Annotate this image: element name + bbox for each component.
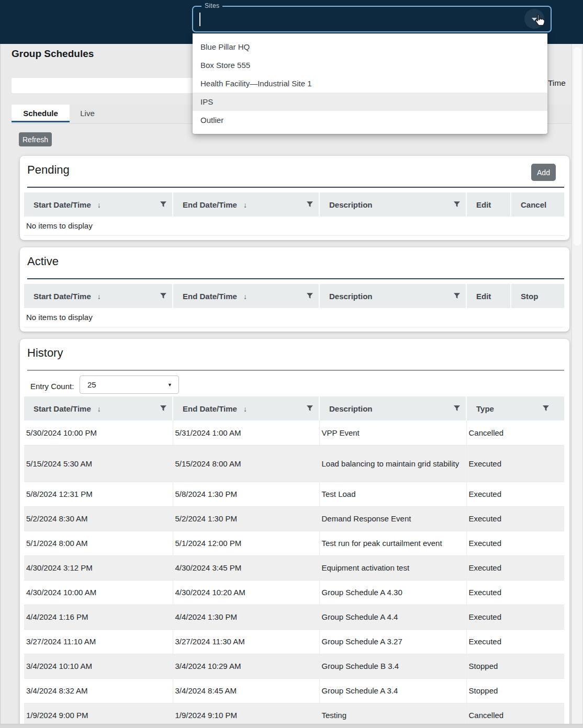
column-header-description[interactable]: Description — [319, 284, 466, 308]
section-divider — [27, 370, 564, 371]
pending-title: Pending — [27, 163, 70, 177]
sites-combobox[interactable]: Sites — [192, 6, 552, 32]
sort-desc-icon: ↓ — [97, 201, 101, 209]
column-header-end[interactable]: End Date/Time↓ — [173, 192, 319, 217]
section-divider — [27, 278, 564, 279]
column-header-description[interactable]: Description — [319, 192, 466, 217]
table-row: 4/30/2024 3:12 PM4/30/2024 3:45 PMEquipm… — [24, 555, 564, 580]
history-section: History Entry Count: 25 ▼ Start Date/Tim… — [20, 339, 569, 728]
empty-message: No items to display — [24, 308, 564, 327]
dropdown-option-ips[interactable]: IPS — [193, 93, 547, 111]
history-table: Start Date/Time↓ End Date/Time↓ Descript… — [24, 396, 564, 728]
sort-desc-icon: ↓ — [243, 405, 247, 413]
filter-icon[interactable] — [306, 405, 313, 412]
table-row: 5/8/2024 12:31 PM5/8/2024 1:30 PMTest Lo… — [24, 482, 564, 506]
entry-count-select[interactable]: 25 ▼ — [80, 376, 179, 394]
mouse-cursor-icon — [532, 13, 547, 28]
dropdown-option-blue-pillar-hq[interactable]: Blue Pillar HQ — [193, 38, 547, 56]
active-header-row: Start Date/Time↓ End Date/Time↓ Descript… — [24, 284, 564, 308]
sort-desc-icon: ↓ — [97, 292, 101, 301]
column-header-start[interactable]: Start Date/Time↓ — [24, 192, 173, 217]
table-row: 5/2/2024 8:30 AM5/2/2024 1:30 PMDemand R… — [24, 506, 564, 531]
sites-dropdown: Blue Pillar HQ Box Store 555 Health Faci… — [193, 33, 547, 134]
sort-desc-icon: ↓ — [243, 292, 247, 301]
history-header-row: Start Date/Time↓ End Date/Time↓ Descript… — [24, 396, 564, 420]
bottom-edge-band — [0, 724, 583, 728]
filter-icon[interactable] — [306, 292, 313, 300]
table-row: 3/27/2024 11:10 AM3/27/2024 11:30 AMGrou… — [24, 629, 564, 654]
text-cursor — [199, 13, 200, 26]
filter-icon[interactable] — [453, 292, 461, 300]
empty-row: No items to display — [24, 308, 564, 327]
column-header-type[interactable]: Type — [466, 396, 564, 420]
filter-icon[interactable] — [453, 201, 461, 208]
history-title: History — [27, 346, 63, 360]
column-header-stop: Stop — [511, 284, 564, 308]
dropdown-option-outlier[interactable]: Outlier — [193, 111, 547, 129]
empty-message: No items to display — [24, 217, 564, 235]
refresh-button[interactable]: Refresh — [19, 132, 52, 146]
column-header-start[interactable]: Start Date/Time↓ — [24, 396, 173, 420]
filter-icon[interactable] — [542, 405, 550, 412]
tab-schedule[interactable]: Schedule — [12, 105, 70, 122]
vertical-scrollbar[interactable] — [571, 44, 583, 728]
table-row: 5/30/2024 10:00 PM5/31/2024 1:00 AMVPP E… — [24, 420, 564, 445]
active-section: Active Start Date/Time↓ End Date/Time↓ — [20, 247, 569, 332]
column-header-end[interactable]: End Date/Time↓ — [173, 396, 319, 420]
table-row: 4/30/2024 10:00 AM4/30/2024 10:20 AMGrou… — [24, 580, 564, 605]
table-row: 3/4/2024 8:32 AM3/4/2024 8:45 AMGroup Sc… — [24, 678, 564, 703]
scrollbar-thumb[interactable] — [574, 47, 581, 246]
tab-live[interactable]: Live — [70, 105, 105, 122]
filter-icon[interactable] — [306, 201, 313, 208]
column-header-description[interactable]: Description — [319, 396, 466, 420]
filter-icon[interactable] — [453, 405, 461, 412]
filter-icon[interactable] — [160, 201, 167, 208]
pending-section: Pending Add Start Date/Time↓ End Date/Ti… — [20, 156, 569, 240]
tab-schedule-label: Schedule — [23, 109, 58, 118]
column-header-cancel: Cancel — [511, 192, 564, 217]
active-title: Active — [27, 255, 59, 268]
table-row: 5/1/2024 8:00 AM5/1/2024 12:00 PMTest ru… — [24, 531, 564, 555]
entry-count-value: 25 — [87, 376, 96, 393]
empty-row: No items to display — [24, 217, 564, 235]
sites-label: Sites — [201, 2, 222, 9]
column-header-edit: Edit — [466, 284, 511, 308]
column-header-start[interactable]: Start Date/Time↓ — [24, 284, 173, 308]
dropdown-option-box-store-555[interactable]: Box Store 555 — [193, 56, 547, 74]
page-title: Group Schedules — [12, 48, 94, 60]
table-row: 3/4/2024 10:10 AM3/4/2024 10:29 AMGroup … — [24, 654, 564, 678]
column-header-end[interactable]: End Date/Time↓ — [173, 284, 319, 308]
active-table: Start Date/Time↓ End Date/Time↓ Descript… — [24, 284, 564, 327]
table-row: 5/15/2024 5:30 AM5/15/2024 8:00 AMLoad b… — [24, 445, 564, 482]
group-schedules-page: Group Schedules ht Time Schedule Live Re… — [0, 0, 583, 728]
chevron-down-icon: ▼ — [167, 382, 172, 388]
entry-count-label: Entry Count: — [30, 382, 74, 391]
column-header-edit: Edit — [466, 192, 511, 217]
sort-desc-icon: ↓ — [97, 405, 101, 413]
filter-icon[interactable] — [160, 405, 167, 412]
add-button[interactable]: Add — [531, 164, 556, 181]
section-divider — [27, 187, 564, 188]
pending-table: Start Date/Time↓ End Date/Time↓ Descript… — [24, 192, 564, 236]
pending-header-row: Start Date/Time↓ End Date/Time↓ Descript… — [24, 192, 564, 217]
tab-live-label: Live — [80, 109, 95, 118]
sort-desc-icon: ↓ — [243, 201, 247, 209]
dropdown-option-health-facility[interactable]: Health Facility—Industrial Site 1 — [193, 74, 547, 93]
filter-icon[interactable] — [160, 292, 167, 300]
table-row: 4/4/2024 1:16 PM4/4/2024 1:30 PMGroup Sc… — [24, 605, 564, 629]
